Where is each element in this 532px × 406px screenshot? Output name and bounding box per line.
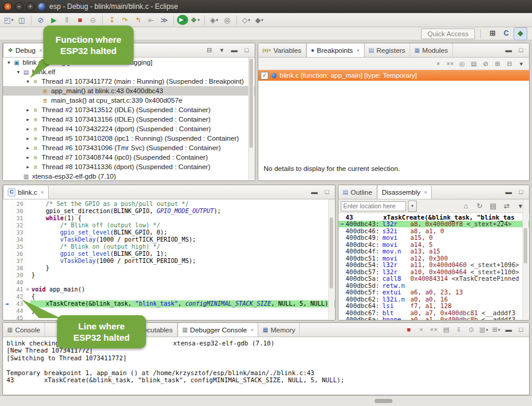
code-line[interactable]: 33 gpio_set_level(BLINK_GPIO, 0); xyxy=(3,229,335,236)
breakpoints-view-menu-icon[interactable]: ▾ xyxy=(516,59,527,68)
close-icon[interactable]: × xyxy=(39,47,42,53)
disasm-row[interactable]: 400dbc62:l32i.na0, a0, 16 xyxy=(338,296,529,303)
expander-icon[interactable]: ▸ xyxy=(24,164,31,170)
pin-console-icon[interactable]: ⊙ xyxy=(466,325,477,335)
tab-outline[interactable]: ▤Outline xyxy=(338,185,377,199)
code-line[interactable]: 35 /* Blink on (output high) */ xyxy=(3,243,335,250)
step-return-icon[interactable]: ↰ xyxy=(132,14,144,26)
close-icon[interactable]: × xyxy=(356,47,359,53)
disconnect-icon[interactable]: ⊝ xyxy=(87,14,99,26)
disasm-row[interactable]: 400dbc54:l32ra11, 0x400d0460 <_stext+109… xyxy=(338,262,529,269)
home-icon[interactable]: ⌂ xyxy=(460,200,472,212)
step-into-icon[interactable]: ↧ xyxy=(106,14,118,26)
expander-icon[interactable]: ▸ xyxy=(24,154,31,160)
code-line[interactable]: 31 while(1) { xyxy=(3,215,335,222)
tab-breakpoints[interactable]: ●Breakpoints× xyxy=(306,43,365,57)
code-line[interactable]: 34 vTaskDelay(1000 / portTICK_PERIOD_MS)… xyxy=(3,236,335,243)
disasm-row[interactable]: 400dbc4c:movia14, 5 xyxy=(338,241,529,248)
debug-tree-row[interactable]: ▸≡Thread #5 1073410208 (ipc1 : Running) … xyxy=(3,134,255,143)
breakpoint-row[interactable]: ✓ blink.c [function: app_main] [type: Te… xyxy=(258,70,529,81)
save-icon[interactable]: ◫ xyxy=(15,14,28,26)
skip-all-breakpoints-icon[interactable]: ⊘ xyxy=(480,59,491,68)
instruction-stepping-icon[interactable]: ≫ xyxy=(158,14,170,26)
quick-access-button[interactable]: Quick Access xyxy=(421,28,475,39)
expander-icon[interactable]: ▸ xyxy=(24,107,31,113)
code-line[interactable]: 41⊖void app_main() xyxy=(3,286,335,293)
tab-registers[interactable]: ▤Registers xyxy=(365,43,410,57)
debug-tree-row[interactable]: ▥xtensa-esp32-elf-gdb (7.10) xyxy=(3,172,255,181)
expander-icon[interactable]: ▸ xyxy=(24,145,31,151)
remove-breakpoint-icon[interactable]: × xyxy=(433,59,444,68)
collapse-all-icon[interactable]: ⊟ xyxy=(504,59,515,68)
run-icon[interactable]: ▶▾ xyxy=(177,15,188,25)
remove-all-launches-icon[interactable]: ×× xyxy=(428,325,439,335)
disasm-row[interactable]: 400dbc46:s32ia8, a1, 0 xyxy=(338,227,529,234)
debug-tree-row[interactable]: ▸≡Thread #8 1073411336 (dport) (Suspende… xyxy=(3,162,255,172)
tab-debug[interactable]: ❖Debug× xyxy=(3,43,47,57)
code-line[interactable]: 44} xyxy=(3,307,335,315)
remove-launch-icon[interactable]: × xyxy=(416,325,427,335)
drop-to-frame-icon[interactable]: ⇤ xyxy=(145,14,157,26)
sync-with-debug-context-icon[interactable]: ⇄ xyxy=(501,200,513,212)
expander-icon[interactable]: ▸ xyxy=(24,116,31,122)
disasm-row[interactable]: 400dbc4f:mov.na13, a15 xyxy=(338,248,529,255)
step-over-icon[interactable]: ↷ xyxy=(119,14,131,26)
code-line[interactable]: 32 /* Blink off (output low) */ xyxy=(3,222,335,229)
disasm-row[interactable]: 400dbc51:movia12, 0x300 xyxy=(338,255,529,262)
code-line[interactable]: 29 /* Set the GPIO as a push/pull output… xyxy=(3,201,335,208)
expander-icon[interactable]: ▾ xyxy=(15,69,22,75)
location-input[interactable] xyxy=(341,201,406,211)
disasm-row[interactable]: 400dbc49:movia15, 0 xyxy=(338,234,529,242)
expand-all-icon[interactable]: ⊞ xyxy=(492,59,503,68)
external-tools-icon[interactable]: ◈▾ xyxy=(208,14,220,26)
tab-modules[interactable]: ▦Modules xyxy=(410,43,453,57)
code-line[interactable]: 40 xyxy=(3,279,335,286)
disasm-row[interactable]: 400dbc57:l32ra10, 0x400d0464 <_stext+110… xyxy=(338,268,529,275)
search-icon[interactable]: ◎ xyxy=(221,14,233,26)
cpp-perspective-icon[interactable]: C xyxy=(500,27,512,39)
breakpoint-checkbox[interactable]: ✓ xyxy=(261,72,268,80)
maximize-icon[interactable]: □ xyxy=(321,187,332,197)
disasm-row[interactable]: →400dbc43:l32ra8, 0x400d00f8 <_stext+224… xyxy=(338,221,529,228)
minimize-icon[interactable]: ▬ xyxy=(503,45,514,55)
minimize-button[interactable]: − xyxy=(15,2,23,11)
debug-icon[interactable]: ❖▾ xyxy=(189,14,201,26)
disasm-row[interactable]: 43 xTaskCreate(&blink_task, "blink_tas xyxy=(338,214,529,221)
disasm-row[interactable]: 400dbc6a:bnonea0, a1, 0x400dbc8b <__addd… xyxy=(338,316,529,321)
maximize-icon[interactable]: □ xyxy=(515,325,527,335)
code-line[interactable]: 42{ xyxy=(3,293,335,300)
minimize-icon[interactable]: ▬ xyxy=(503,325,514,335)
show-source-icon[interactable]: ▤ xyxy=(487,200,499,212)
disasm-row[interactable]: 400dbc5d:retw.n xyxy=(338,282,529,289)
debug-tree-row[interactable]: ▸≡Thread #3 1073413156 (IDLE) (Suspended… xyxy=(3,115,255,124)
location-dropdown-icon[interactable]: ▾ xyxy=(408,201,417,212)
close-icon[interactable]: × xyxy=(424,189,427,195)
editor-scrollbar[interactable] xyxy=(328,199,334,319)
terminate-icon[interactable]: ■ xyxy=(74,14,86,26)
debug-scrollbar[interactable] xyxy=(248,58,254,180)
debug-tree-row[interactable]: ▾≡Thread #1 1073411772 (main : Running) … xyxy=(3,77,255,86)
display-selected-console-icon[interactable]: ▥▾ xyxy=(478,325,489,335)
previous-annotation-icon[interactable]: ◆▾ xyxy=(253,14,265,26)
open-perspective-icon[interactable]: ⊞ xyxy=(486,27,499,39)
scroll-lock-icon[interactable]: ⇩ xyxy=(453,325,464,335)
refresh-icon[interactable]: ↻ xyxy=(473,200,486,212)
debug-view-menu-icon[interactable]: ▾ xyxy=(216,45,227,55)
close-button[interactable]: × xyxy=(4,2,12,11)
debug-tree-row[interactable]: ▸≡Thread #4 1073432224 (dport) (Suspende… xyxy=(3,124,255,134)
maximize-icon[interactable]: □ xyxy=(515,187,527,197)
code-line[interactable]: 38 } xyxy=(3,265,335,272)
skip-all-breakpoints-icon[interactable]: ⊘ xyxy=(34,14,47,26)
tab-disassembly[interactable]: Disassembly× xyxy=(377,185,432,199)
suspend-icon[interactable]: Ⅱ xyxy=(61,14,73,26)
tab-memory[interactable]: ▦Memory xyxy=(258,323,300,337)
expander-icon[interactable]: ▸ xyxy=(24,126,31,132)
collapse-all-icon[interactable]: ⊟ xyxy=(204,45,215,55)
tab-debugger-console[interactable]: ▥Debugger Console× xyxy=(178,323,259,337)
minimize-icon[interactable]: ▬ xyxy=(229,45,240,55)
maximize-button[interactable]: + xyxy=(26,2,34,11)
debug-tree-row[interactable]: ▸≡Thread #7 1073408744 (ipc0) (Suspended… xyxy=(3,153,255,162)
horizontal-scrollbar-thumb[interactable] xyxy=(375,399,392,403)
debug-perspective-icon[interactable]: ❖ xyxy=(514,27,527,40)
debug-tree-row[interactable]: ≣main_task() at cpu_start.c:339 0x400d05… xyxy=(3,96,255,105)
